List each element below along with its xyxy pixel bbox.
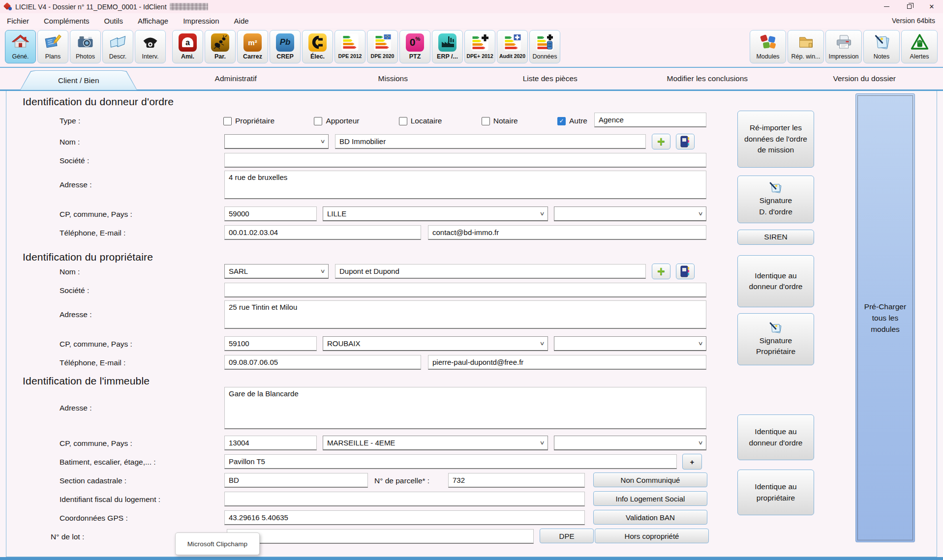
proprietaire-add-contact-button[interactable]: + bbox=[652, 264, 670, 279]
donneur-adresse-input[interactable]: 4 rue de bruxelles bbox=[224, 171, 706, 199]
donneur-section-title: Identification du donneur d'ordre bbox=[23, 96, 174, 108]
tab-liste-des-pieces[interactable]: Liste des pièces bbox=[472, 68, 629, 89]
termite-icon bbox=[211, 32, 229, 53]
toolbar-dpe2020-button[interactable]: DPE 2020 bbox=[367, 30, 398, 63]
proprietaire-adresse-label: Adresse : bbox=[60, 307, 91, 322]
minimize-button[interactable] bbox=[875, 0, 898, 13]
checkbox-box[interactable] bbox=[399, 117, 407, 125]
immeuble-lot-input[interactable] bbox=[227, 529, 534, 544]
checkbox-box[interactable] bbox=[223, 117, 232, 125]
toolbar-parasites-button[interactable]: Par. bbox=[205, 30, 236, 63]
proprietaire-adresse-input[interactable]: 25 rue Tintin et Milou bbox=[224, 300, 706, 329]
donneur-tel-input[interactable] bbox=[224, 225, 421, 240]
toolbar-modules-button[interactable]: Modules bbox=[750, 30, 786, 63]
validation-ban-button[interactable]: Validation BAN bbox=[593, 510, 707, 525]
signature-proprietaire-button[interactable]: Signature Propriétaire bbox=[737, 313, 814, 365]
toolbar-donnees-button[interactable]: Données bbox=[529, 30, 560, 63]
donneur-email-input[interactable] bbox=[428, 225, 706, 240]
toolbar-plans-button[interactable]: Plans bbox=[37, 30, 68, 63]
toolbar-ptz-button[interactable]: 0% PTZ bbox=[399, 30, 430, 63]
immeuble-pays-select[interactable]: ∨ bbox=[554, 436, 706, 450]
tab-modifier-conclusions[interactable]: Modifier les conclusions bbox=[629, 68, 786, 89]
toolbar-erp-button[interactable]: ERP /... bbox=[432, 30, 463, 63]
proprietaire-tel-input[interactable] bbox=[224, 355, 421, 370]
proprietaire-civilite-select[interactable]: SARL∨ bbox=[224, 264, 329, 279]
immeuble-commune-select[interactable]: MARSEILLE - 4EME∨ bbox=[323, 436, 548, 450]
precharger-modules-button[interactable]: Pré-Charger tous les modules bbox=[855, 93, 915, 542]
immeuble-gps-input[interactable] bbox=[224, 510, 585, 525]
toolbar-elec-button[interactable]: Élec. bbox=[302, 30, 333, 63]
proprietaire-pays-select[interactable]: ∨ bbox=[554, 336, 706, 351]
toolbar-dpe2012-button[interactable]: DPE 2012 bbox=[335, 30, 365, 63]
menu-complements[interactable]: Compléments bbox=[44, 17, 90, 25]
donneur-civilite-select[interactable]: ∨ bbox=[224, 134, 329, 149]
maximize-button[interactable] bbox=[898, 0, 920, 13]
info-logement-social-button[interactable]: Info Logement Social bbox=[593, 491, 707, 506]
siren-button[interactable]: SIREN bbox=[737, 230, 814, 245]
checkbox-apporteur[interactable]: Apporteur bbox=[314, 117, 359, 125]
menu-outils[interactable]: Outils bbox=[104, 17, 123, 25]
identique-donneur-button-2[interactable]: Identique au donneur d'ordre bbox=[737, 414, 814, 460]
checkbox-proprietaire[interactable]: Propriétaire bbox=[223, 117, 274, 125]
menu-fichier[interactable]: Fichier bbox=[7, 17, 29, 25]
proprietaire-contacts-book-button[interactable] bbox=[676, 264, 695, 279]
immeuble-add-batiment-button[interactable]: + bbox=[682, 454, 702, 470]
checkbox-locataire[interactable]: Locataire bbox=[399, 117, 442, 125]
menu-aide[interactable]: Aide bbox=[234, 17, 249, 25]
tab-client-bien[interactable]: Client / Bien bbox=[20, 70, 137, 90]
checkbox-notaire[interactable]: Notaire bbox=[482, 117, 518, 125]
immeuble-adresse-input[interactable]: Gare de la Blancarde bbox=[224, 387, 706, 429]
toolbar-dpeplus2012-button[interactable]: DPE+ 2012 bbox=[464, 30, 495, 63]
toolbar-carrez-button[interactable]: m² Carrez bbox=[237, 30, 268, 63]
checkbox-box-checked[interactable] bbox=[557, 117, 566, 125]
signature-donneur-button[interactable]: Signature D. d'ordre bbox=[737, 176, 814, 223]
proprietaire-email-input[interactable] bbox=[428, 355, 706, 370]
donneur-commune-select[interactable]: LILLE∨ bbox=[323, 206, 548, 221]
toolbar-audit2020-button[interactable]: Audit 2020 bbox=[497, 30, 528, 63]
donneur-nom-input[interactable] bbox=[335, 134, 646, 149]
immeuble-fiscal-input[interactable] bbox=[224, 492, 585, 506]
toolbar-amiante-button[interactable]: a Ami. bbox=[172, 30, 203, 63]
menu-impression[interactable]: Impression bbox=[183, 17, 219, 25]
immeuble-section-cadastrale-input[interactable] bbox=[224, 473, 368, 488]
proprietaire-nom-input[interactable] bbox=[335, 264, 646, 279]
donneur-add-contact-button[interactable]: + bbox=[652, 134, 670, 149]
immeuble-batiment-input[interactable] bbox=[224, 454, 677, 469]
identique-donneur-button[interactable]: Identique au donneur d'ordre bbox=[737, 255, 814, 307]
hors-copropriete-button[interactable]: Hors copropriété bbox=[595, 529, 709, 543]
non-communique-button[interactable]: Non Communiqué bbox=[593, 472, 707, 487]
toolbar-interv-button[interactable]: Interv. bbox=[135, 30, 166, 63]
checkbox-box[interactable] bbox=[314, 117, 322, 125]
dpe-button[interactable]: DPE bbox=[540, 529, 594, 543]
proprietaire-cp-input[interactable] bbox=[224, 336, 317, 351]
client-id-redacted bbox=[170, 3, 208, 10]
tab-missions[interactable]: Missions bbox=[314, 68, 472, 89]
menu-affichage[interactable]: Affichage bbox=[138, 17, 168, 25]
toolbar-gene-button[interactable]: Géné. bbox=[5, 30, 36, 63]
donneur-contacts-book-button[interactable] bbox=[676, 134, 695, 149]
immeuble-cp-input[interactable] bbox=[224, 436, 317, 450]
checkbox-autre[interactable]: Autre bbox=[557, 117, 587, 125]
proprietaire-commune-select[interactable]: ROUBAIX∨ bbox=[323, 336, 548, 351]
donneur-societe-input[interactable] bbox=[224, 153, 706, 168]
toolbar-notes-button[interactable]: Notes bbox=[863, 30, 900, 63]
toolbar-crep-button[interactable]: Pb CREP bbox=[270, 30, 301, 63]
toolbar-photos-button[interactable]: Photos bbox=[70, 30, 101, 63]
toolbar-impression-button[interactable]: Impression bbox=[825, 30, 862, 63]
donneur-pays-select[interactable]: ∨ bbox=[554, 206, 706, 221]
identique-proprietaire-button[interactable]: Identique au propriétaire bbox=[737, 470, 814, 515]
alert-hand-icon bbox=[911, 32, 929, 53]
tab-version-dossier[interactable]: Version du dossier bbox=[786, 68, 943, 89]
tab-administratif[interactable]: Administratif bbox=[157, 68, 315, 89]
proprietaire-societe-input[interactable] bbox=[224, 283, 706, 297]
close-button[interactable]: ✕ bbox=[920, 0, 943, 13]
reimporter-donnees-button[interactable]: Ré-importer les données de l'ordre de mi… bbox=[737, 111, 814, 168]
immeuble-parcelle-input[interactable] bbox=[448, 473, 585, 488]
checkbox-box[interactable] bbox=[482, 117, 490, 125]
lead-icon: Pb bbox=[276, 32, 294, 53]
toolbar-repwin-button[interactable]: Rép. win... bbox=[788, 30, 824, 63]
donneur-type-other-input[interactable] bbox=[594, 113, 706, 127]
donneur-cp-input[interactable] bbox=[224, 206, 317, 221]
toolbar-descr-button[interactable]: Descr. bbox=[102, 30, 133, 63]
toolbar-alertes-button[interactable]: Alertes bbox=[901, 30, 938, 63]
